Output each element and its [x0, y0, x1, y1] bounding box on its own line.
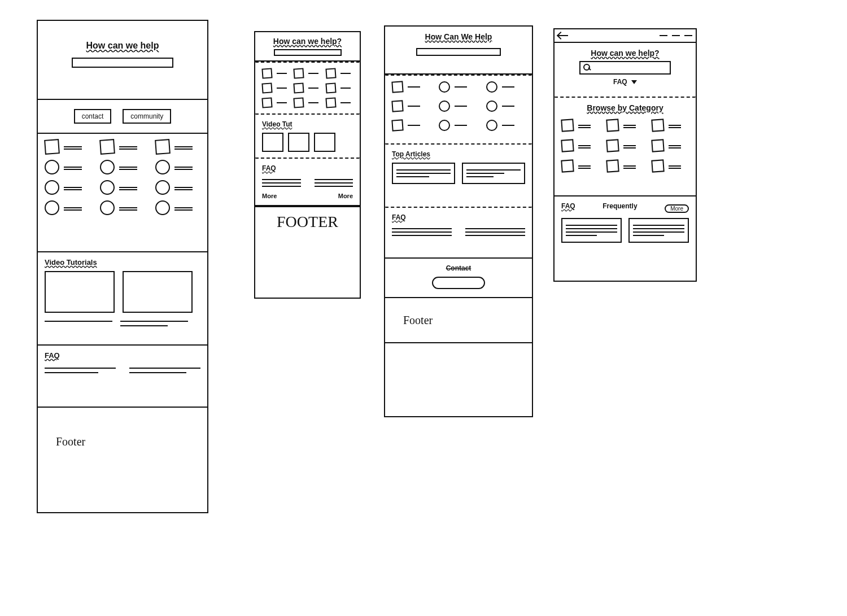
- category-item[interactable]: [262, 98, 289, 108]
- category-item[interactable]: [155, 139, 200, 154]
- square-icon: [325, 97, 336, 108]
- contact-button[interactable]: [432, 277, 485, 289]
- category-label-placeholder: [578, 145, 591, 146]
- square-icon: [325, 82, 336, 93]
- category-item[interactable]: [606, 139, 644, 152]
- category-item[interactable]: [486, 120, 525, 131]
- circle-icon: [45, 180, 59, 195]
- category-item[interactable]: [262, 68, 289, 78]
- category-item[interactable]: [326, 68, 353, 78]
- video-thumb[interactable]: [262, 133, 283, 152]
- category-label-placeholder: [64, 207, 82, 208]
- search-input[interactable]: [592, 64, 667, 71]
- category-item[interactable]: [100, 160, 145, 174]
- video-thumb[interactable]: [314, 133, 335, 152]
- category-label-placeholder: [340, 88, 351, 89]
- category-item[interactable]: [45, 160, 90, 174]
- tab-community[interactable]: community: [123, 109, 171, 124]
- back-arrow-icon[interactable]: [558, 32, 569, 40]
- search-input[interactable]: [72, 58, 173, 68]
- more-link[interactable]: More: [262, 193, 277, 199]
- wireframe-panel-3: How Can We Help Top Articles: [384, 25, 533, 417]
- wireframe-panel-4: How can we help? FAQ Browse by Category: [553, 28, 697, 282]
- faq-section-label: FAQ: [262, 164, 353, 172]
- category-item[interactable]: [652, 139, 689, 152]
- wireframe-panel-2: How can we help? Video Tut: [254, 31, 361, 299]
- category-item[interactable]: [294, 83, 321, 93]
- tab-contact[interactable]: contact: [74, 109, 112, 124]
- category-item[interactable]: [606, 119, 644, 132]
- hero-title: How Can We Help: [392, 32, 525, 41]
- category-item[interactable]: [155, 160, 200, 174]
- category-item[interactable]: [100, 139, 145, 154]
- window-control-icon[interactable]: [660, 35, 667, 36]
- faq-section: FAQ Frequently More: [555, 196, 696, 264]
- category-item[interactable]: [486, 101, 525, 112]
- category-item[interactable]: [155, 180, 200, 195]
- footer-section: Footer: [385, 298, 532, 343]
- category-item[interactable]: [45, 180, 90, 195]
- faq-columns: [45, 364, 200, 377]
- category-label-placeholder: [277, 73, 287, 74]
- circle-icon: [155, 160, 170, 174]
- category-label-placeholder: [119, 167, 137, 168]
- video-thumb[interactable]: [45, 271, 115, 313]
- category-item[interactable]: [439, 120, 478, 131]
- category-item[interactable]: [155, 200, 200, 215]
- top-articles-section: Top Articles: [385, 145, 532, 207]
- category-item[interactable]: [561, 139, 599, 152]
- window-control-icon[interactable]: [684, 35, 692, 36]
- square-icon: [561, 119, 574, 132]
- category-item[interactable]: [561, 119, 599, 132]
- more-button[interactable]: More: [665, 204, 689, 213]
- circle-icon: [486, 120, 497, 131]
- category-grid-section: [385, 76, 532, 143]
- hero-section: How Can We Help: [385, 27, 532, 75]
- article-card[interactable]: [392, 163, 455, 184]
- category-item[interactable]: [606, 160, 644, 172]
- article-card[interactable]: [462, 163, 525, 184]
- category-item[interactable]: [294, 98, 321, 108]
- video-thumb[interactable]: [123, 271, 193, 313]
- category-item[interactable]: [100, 180, 145, 195]
- category-item[interactable]: [652, 119, 689, 132]
- contact-section: Contact: [385, 259, 532, 298]
- category-label-placeholder: [174, 146, 193, 147]
- category-item[interactable]: [561, 160, 599, 172]
- category-item[interactable]: [326, 98, 353, 108]
- category-label-placeholder: [308, 73, 318, 74]
- category-label-placeholder: [308, 88, 318, 89]
- video-thumb[interactable]: [288, 133, 309, 152]
- category-item[interactable]: [439, 101, 478, 112]
- category-label-placeholder: [340, 102, 351, 103]
- category-item[interactable]: [652, 160, 689, 172]
- faq-columns: [262, 177, 353, 189]
- faq-card[interactable]: [628, 218, 689, 243]
- search-input[interactable]: [416, 48, 501, 56]
- more-link[interactable]: More: [338, 193, 353, 199]
- category-item[interactable]: [294, 68, 321, 78]
- category-label-placeholder: [308, 102, 318, 103]
- category-item[interactable]: [45, 139, 90, 154]
- square-icon: [606, 139, 619, 152]
- category-item[interactable]: [392, 120, 431, 131]
- faq-card[interactable]: [561, 218, 622, 243]
- faq-columns: [392, 226, 525, 238]
- square-icon: [561, 159, 574, 172]
- category-item[interactable]: [486, 81, 525, 93]
- search-input[interactable]: [274, 49, 342, 56]
- category-item[interactable]: [392, 101, 431, 112]
- category-item[interactable]: [100, 200, 145, 215]
- circle-icon: [439, 101, 450, 112]
- search-icon: [583, 63, 592, 72]
- category-item[interactable]: [45, 200, 90, 215]
- circle-icon: [486, 81, 497, 93]
- category-item[interactable]: [326, 83, 353, 93]
- category-item[interactable]: [392, 81, 431, 93]
- category-item[interactable]: [439, 81, 478, 93]
- category-label-placeholder: [623, 165, 636, 167]
- faq-jump-link[interactable]: FAQ: [613, 78, 627, 86]
- faq-section: FAQ: [385, 208, 532, 259]
- category-item[interactable]: [262, 83, 289, 93]
- window-control-icon[interactable]: [672, 35, 680, 36]
